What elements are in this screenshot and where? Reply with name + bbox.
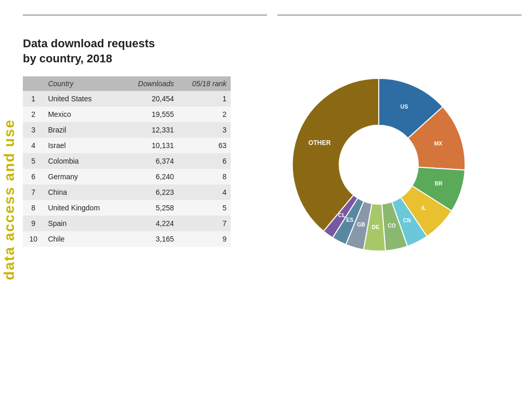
cell-downloads: 4,224 <box>126 216 178 231</box>
cell-prev-rank: 63 <box>178 138 231 153</box>
cell-downloads: 5,258 <box>126 200 178 216</box>
table-row: 8 United Kingdom 5,258 5 <box>23 200 231 216</box>
cell-downloads: 12,331 <box>126 122 178 138</box>
cell-prev-rank: 6 <box>178 153 231 169</box>
chart-segment-label: CO <box>388 223 396 229</box>
donut-hole <box>339 125 418 204</box>
chart-segment-label: OTHER <box>308 139 330 147</box>
cell-prev-rank: 9 <box>178 231 231 247</box>
cell-downloads: 3,165 <box>126 231 178 247</box>
cell-rank: 1 <box>23 91 44 107</box>
data-table: Country Downloads 05/18 rank 1 United St… <box>23 76 231 247</box>
vertical-label: data access and use <box>0 0 19 399</box>
cell-prev-rank: 5 <box>178 200 231 216</box>
cell-country: China <box>44 184 125 200</box>
top-line-left <box>23 15 267 16</box>
cell-rank: 4 <box>23 138 44 153</box>
cell-country: United States <box>44 91 125 107</box>
chart-segment-label: ES <box>346 218 353 223</box>
cell-rank: 9 <box>23 216 44 231</box>
cell-prev-rank: 7 <box>178 216 231 231</box>
cell-rank: 2 <box>23 107 44 122</box>
vertical-label-text: data access and use <box>1 119 18 280</box>
chart-segment-label: GB <box>357 222 365 228</box>
cell-rank: 7 <box>23 184 44 200</box>
page-content: Data download requests by country, 2018 … <box>23 26 522 394</box>
top-line-right <box>277 15 522 16</box>
cell-country: Spain <box>44 216 125 231</box>
chart-segment-label: MX <box>434 141 442 147</box>
cell-rank: 6 <box>23 169 44 184</box>
chart-segment-label: CL <box>338 212 346 218</box>
table-row: 6 Germany 6,240 8 <box>23 169 231 184</box>
main-body: Country Downloads 05/18 rank 1 United St… <box>23 76 522 394</box>
page-title: Data download requests by country, 2018 <box>23 36 522 66</box>
cell-downloads: 6,240 <box>126 169 178 184</box>
cell-rank: 5 <box>23 153 44 169</box>
col-header-country: Country <box>44 76 125 91</box>
cell-downloads: 19,555 <box>126 107 178 122</box>
chart-segment-label: DE <box>372 224 380 230</box>
cell-country: Mexico <box>44 107 125 122</box>
table-row: 10 Chile 3,165 9 <box>23 231 231 247</box>
cell-downloads: 6,374 <box>126 153 178 169</box>
table-container: Country Downloads 05/18 rank 1 United St… <box>23 76 231 247</box>
cell-prev-rank: 3 <box>178 122 231 138</box>
cell-downloads: 10,131 <box>126 138 178 153</box>
col-header-downloads: Downloads <box>126 76 178 91</box>
chart-segment-label: US <box>401 104 408 110</box>
cell-country: Brazil <box>44 122 125 138</box>
top-lines <box>23 15 522 16</box>
chart-segment-label: CN <box>403 218 411 223</box>
table-row: 7 China 6,223 4 <box>23 184 231 200</box>
table-row: 3 Brazil 12,331 3 <box>23 122 231 138</box>
cell-country: Chile <box>44 231 125 247</box>
cell-country: Germany <box>44 169 125 184</box>
table-row: 2 Mexico 19,555 2 <box>23 107 231 122</box>
cell-country: Colombia <box>44 153 125 169</box>
table-row: 1 United States 20,454 1 <box>23 91 231 107</box>
table-row: 5 Colombia 6,374 6 <box>23 153 231 169</box>
cell-rank: 10 <box>23 231 44 247</box>
col-header-rank: 05/18 rank <box>178 76 231 91</box>
cell-rank: 8 <box>23 200 44 216</box>
cell-country: United Kingdom <box>44 200 125 216</box>
donut-chart: USMXBRILCNCODEGBESCLOTHER <box>280 66 477 263</box>
cell-country: Israel <box>44 138 125 153</box>
cell-rank: 3 <box>23 122 44 138</box>
table-row: 4 Israel 10,131 63 <box>23 138 231 153</box>
cell-prev-rank: 4 <box>178 184 231 200</box>
chart-segment-label: IL <box>421 205 427 211</box>
col-header-num <box>23 76 44 91</box>
chart-container: USMXBRILCNCODEGBESCLOTHER <box>236 66 522 263</box>
cell-downloads: 6,223 <box>126 184 178 200</box>
cell-prev-rank: 2 <box>178 107 231 122</box>
table-row: 9 Spain 4,224 7 <box>23 216 231 231</box>
cell-prev-rank: 8 <box>178 169 231 184</box>
chart-segment-label: BR <box>435 181 443 187</box>
table-header-row: Country Downloads 05/18 rank <box>23 76 231 91</box>
cell-downloads: 20,454 <box>126 91 178 107</box>
cell-prev-rank: 1 <box>178 91 231 107</box>
